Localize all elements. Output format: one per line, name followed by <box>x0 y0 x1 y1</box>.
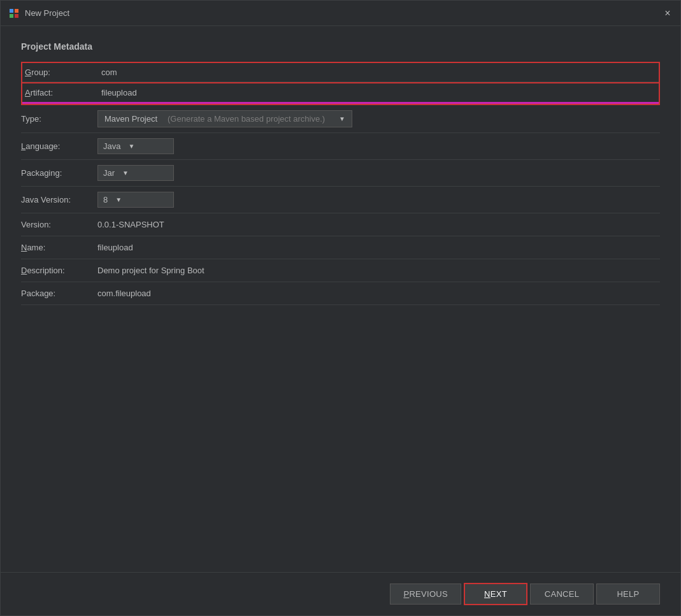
svg-rect-1 <box>15 9 18 13</box>
description-label-underline: D <box>21 266 27 275</box>
java-version-value: 8 <box>103 195 108 204</box>
language-label-text: anguage: <box>25 141 60 151</box>
group-label: Group: <box>25 68 101 77</box>
type-value: Maven Project <box>104 114 157 124</box>
next-button[interactable]: NEXT <box>464 583 527 605</box>
group-label-text: roup: <box>31 68 50 77</box>
type-label: Type: <box>21 114 97 124</box>
java-version-label-text: Java Version: <box>21 195 71 204</box>
package-label: Package: <box>21 289 97 298</box>
artifact-label: Artifact: <box>25 88 101 97</box>
description-label: Description: <box>21 266 97 275</box>
svg-rect-3 <box>15 14 18 18</box>
packaging-select[interactable]: Jar ▼ <box>97 165 174 181</box>
type-dropdown-arrow: ▼ <box>339 115 345 122</box>
close-button[interactable]: × <box>663 8 673 18</box>
packaging-value: Jar <box>103 168 115 178</box>
packaging-label-text: Packaging: <box>21 168 62 178</box>
version-label-text: Version: <box>21 220 51 229</box>
next-underline: N <box>484 589 491 599</box>
group-input[interactable]: com <box>101 66 656 78</box>
java-version-select[interactable]: 8 ▼ <box>97 192 174 208</box>
description-input[interactable]: Demo project for Spring Boot <box>97 264 660 276</box>
type-select[interactable]: Maven Project (Generate a Maven based pr… <box>97 110 352 127</box>
version-label: Version: <box>21 220 97 229</box>
name-input[interactable]: fileupload <box>97 241 660 254</box>
language-dropdown-arrow: ▼ <box>128 143 134 150</box>
new-project-dialog: New Project × Project Metadata Group: co… <box>0 0 681 616</box>
svg-rect-0 <box>10 9 13 13</box>
previous-text: REVIOUS <box>409 589 448 599</box>
packaging-dropdown-arrow: ▼ <box>122 169 129 176</box>
dialog-footer: PREVIOUS NEXT CANCEL HELP <box>1 572 680 615</box>
form-content: Project Metadata Group: com Artifact: fi… <box>1 26 680 572</box>
previous-button[interactable]: PREVIOUS <box>390 584 461 605</box>
artifact-input[interactable]: fileupload <box>101 87 656 99</box>
project-icon <box>8 8 20 19</box>
cancel-button[interactable]: CANCEL <box>530 584 594 605</box>
language-value: Java <box>103 141 120 151</box>
packaging-label: Packaging: <box>21 168 97 178</box>
name-label-text: ame: <box>27 243 45 252</box>
language-label: Language: <box>21 141 97 151</box>
description-label-text: escription: <box>27 266 64 275</box>
name-label: Name: <box>21 243 97 252</box>
type-label-text: Type: <box>21 114 41 124</box>
svg-rect-2 <box>10 14 13 18</box>
section-title: Project Metadata <box>21 41 660 52</box>
artifact-label-underline: A <box>25 88 31 97</box>
title-bar: New Project × <box>1 1 680 26</box>
version-input[interactable]: 0.0.1-SNAPSHOT <box>97 218 660 231</box>
package-label-text: Package: <box>21 289 55 298</box>
type-hint: (Generate a Maven based project archive.… <box>168 114 325 124</box>
next-text: EXT <box>491 589 507 599</box>
java-version-label: Java Version: <box>21 195 97 204</box>
language-select[interactable]: Java ▼ <box>97 138 174 154</box>
package-input[interactable]: com.fileupload <box>97 287 660 299</box>
name-label-underline: N <box>21 243 27 252</box>
artifact-label-text: rtifact: <box>31 88 53 97</box>
help-button[interactable]: HELP <box>596 584 660 605</box>
group-label-underline: G <box>25 68 31 77</box>
java-version-dropdown-arrow: ▼ <box>115 196 122 203</box>
dialog-title: New Project <box>25 8 663 18</box>
